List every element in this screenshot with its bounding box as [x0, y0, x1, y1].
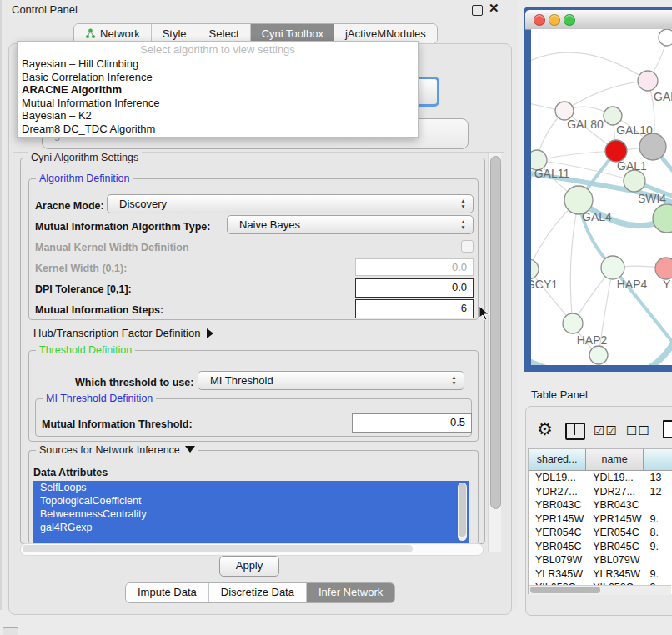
table-row[interactable]: YLR345WYLR345W9. — [529, 568, 672, 582]
list-scrollbar[interactable] — [458, 482, 467, 541]
network-node[interactable] — [639, 133, 666, 160]
network-node[interactable] — [604, 107, 622, 125]
node-label-gal80: GAL80 — [567, 118, 604, 131]
network-node[interactable] — [531, 259, 539, 279]
table-row[interactable]: YBR045CYBR045C9. — [529, 540, 672, 554]
algorithm-option-bayesian-k2[interactable]: Bayesian – K2 — [18, 109, 418, 122]
table-cell: YBL079W — [586, 553, 643, 568]
stepper-icon[interactable] — [459, 198, 467, 209]
kernel-width-label: Kernel Width (0,1): — [35, 262, 127, 274]
bottom-tab-discretize-data[interactable]: Discretize Data — [209, 583, 307, 602]
table-cell: YDR27... — [586, 485, 643, 499]
node-label-swi4: SWI4 — [638, 192, 666, 205]
float-window-icon[interactable] — [472, 5, 483, 16]
manual-kernel-label: Manual Kernel Width Definition — [35, 242, 189, 253]
network-edge — [531, 52, 648, 81]
table-row[interactable]: YBR043CYBR043C — [529, 498, 672, 512]
table-row[interactable]: YPR145WYPR145W9. — [529, 512, 672, 527]
attribute-item-topologicalcoefficient[interactable]: TopologicalCoefficient — [33, 494, 469, 508]
expand-right-icon — [207, 328, 213, 338]
attribute-item-betweennesscentrality[interactable]: BetweennessCentrality — [33, 508, 469, 521]
column-header-name[interactable]: name — [586, 449, 643, 470]
network-node[interactable] — [563, 313, 583, 333]
dpi-tolerance-field[interactable]: 0.0 — [355, 278, 474, 298]
network-node[interactable] — [638, 71, 658, 91]
collapsed-panel-icon[interactable] — [3, 628, 18, 635]
attribute-item-gal4rgexp[interactable]: gal4RGexp — [33, 521, 469, 534]
table-cell: YDL19... — [586, 471, 643, 485]
table-cell: YBR045C — [586, 540, 643, 554]
mac-minimize-button[interactable] — [549, 14, 560, 26]
stepper-icon[interactable] — [459, 218, 467, 230]
settings-vertical-scrollbar[interactable] — [488, 153, 501, 552]
algorithm-option-aracne-algorithm[interactable]: ARACNE Algorithm — [18, 83, 418, 97]
table-row[interactable]: YDL19...YDL19...13 — [529, 471, 672, 485]
select-all-checkboxes-icon[interactable]: ☑☑ — [594, 423, 618, 438]
algorithm-option-basic-correlation-inference[interactable]: Basic Correlation Inference — [18, 71, 418, 84]
close-icon[interactable]: ✕ — [489, 1, 499, 16]
control-panel-title: Control Panel — [12, 3, 78, 16]
table-row[interactable]: YER054CYER054C8. — [529, 526, 672, 540]
page-icon[interactable] — [663, 420, 672, 438]
algorithm-option-dream8-dc-tdc-algorithm[interactable]: Dream8 DC_TDC Algorithm — [18, 122, 418, 136]
column-header-extra[interactable] — [644, 449, 672, 470]
table-cell: YPR145W — [529, 512, 586, 527]
data-attributes-list: SelfLoopsTopologicalCoefficientBetweenne… — [33, 481, 469, 544]
mi-threshold-field[interactable]: 0.5 — [352, 413, 472, 432]
settings-horizontal-scrollbar[interactable] — [20, 543, 484, 556]
table-cell: YDR27... — [529, 485, 586, 499]
which-threshold-combobox[interactable]: MI Threshold — [198, 371, 464, 390]
bottom-tab-group: Impute DataDiscretize DataInfer Network — [125, 582, 395, 603]
network-node[interactable] — [589, 346, 608, 364]
mac-close-button[interactable] — [534, 14, 545, 26]
network-node[interactable] — [659, 29, 672, 46]
mac-zoom-button[interactable] — [564, 14, 575, 26]
sources-title[interactable]: Sources for Network Inference — [36, 444, 198, 456]
mi-steps-field[interactable]: 6 — [355, 299, 474, 318]
algorithm-option-bayesian-hill-climbing[interactable]: Bayesian – Hill Climbing — [18, 58, 418, 71]
threshold-definition-title: Threshold Definition — [36, 344, 135, 356]
node-label-hap4: HAP4 — [617, 278, 648, 291]
column-header-shared[interactable]: shared... — [529, 449, 586, 470]
node-label-gal4: GAL4 — [582, 210, 612, 223]
network-node[interactable] — [601, 256, 624, 279]
network-view-window[interactable]: GALGAL80GAL10GAL1GAL11SWI4GAL4GCY1HAP4YH… — [524, 7, 672, 372]
table-cell: YBR043C — [529, 498, 586, 512]
table-row[interactable]: YDR27...YDR27...12 — [529, 485, 672, 499]
hub-definition-expander[interactable]: Hub/Transcription Factor Definition — [33, 327, 213, 339]
table-row[interactable]: YBL079WYBL079W — [529, 553, 672, 568]
kernel-width-field[interactable]: 0.0 — [355, 258, 474, 276]
node-label-y: Y — [663, 278, 671, 291]
tab-label: Style — [163, 28, 187, 40]
table-cell: YBR045C — [529, 540, 586, 554]
table-cell: YLR345W — [529, 568, 586, 582]
deselect-all-checkboxes-icon[interactable]: ☐☐ — [626, 423, 650, 438]
node-label-gal1: GAL1 — [617, 159, 647, 172]
tab-label: Network — [100, 28, 140, 40]
sources-title-text: Sources for Network Inference — [39, 444, 180, 456]
bottom-tab-impute-data[interactable]: Impute Data — [126, 583, 209, 602]
network-node[interactable] — [655, 258, 672, 279]
algorithm-option-mutual-information-inference[interactable]: Mutual Information Inference — [18, 97, 418, 110]
network-icon — [85, 28, 96, 39]
attribute-item-selfloops[interactable]: SelfLoops — [33, 481, 469, 494]
network-canvas[interactable]: GALGAL80GAL10GAL1GAL11SWI4GAL4GCY1HAP4YH… — [531, 29, 672, 365]
network-node[interactable] — [653, 204, 672, 232]
aracne-mode-combobox[interactable]: Discovery — [107, 194, 474, 213]
node-label-hap2: HAP2 — [577, 333, 608, 347]
bottom-tab-infer-network[interactable]: Infer Network — [307, 583, 394, 602]
columns-icon[interactable] — [565, 422, 585, 440]
node-label-gal10: GAL10 — [616, 123, 653, 137]
apply-button[interactable]: Apply — [219, 556, 279, 577]
stepper-icon[interactable] — [450, 374, 458, 386]
network-window-titlebar[interactable] — [525, 10, 672, 30]
network-node[interactable] — [624, 170, 645, 192]
mi-type-combobox[interactable]: Naive Bayes — [227, 215, 474, 234]
aracne-mode-value: Discovery — [119, 198, 167, 210]
manual-kernel-checkbox[interactable] — [461, 240, 474, 252]
table-horizontal-scrollbar[interactable] — [529, 585, 671, 595]
algorithm-definition-title: Algorithm Definition — [36, 172, 133, 184]
node-label-gal11: GAL11 — [534, 167, 570, 180]
control-panel-window: Control Panel ✕ NetworkStyleSelectCyni T… — [0, 0, 517, 610]
gear-icon[interactable]: ⚙ — [537, 420, 553, 438]
